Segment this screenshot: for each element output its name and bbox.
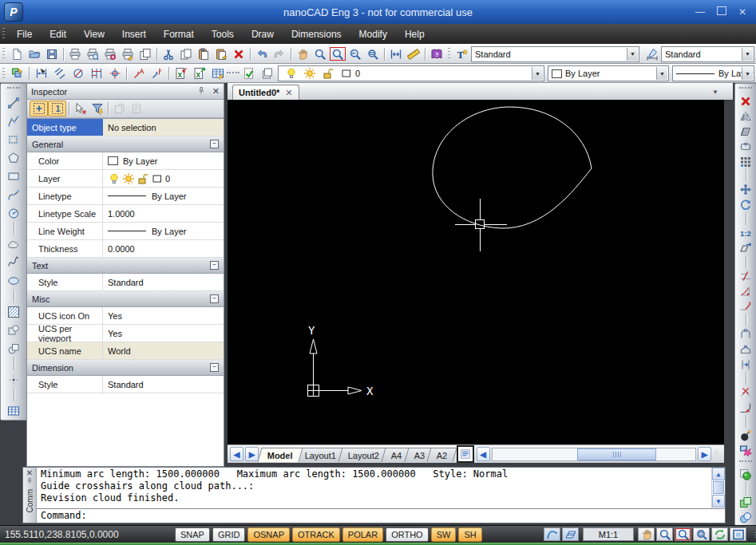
sheet-tab-model[interactable]: Model (257, 448, 303, 462)
cloud-button[interactable] (3, 235, 24, 253)
color-combo[interactable]: By Layer ▼ (548, 65, 669, 81)
dim-linear-button[interactable] (32, 66, 50, 81)
scroll-right-button[interactable]: ▶ (698, 447, 711, 461)
rect-tool-button[interactable] (3, 167, 24, 185)
property-value[interactable]: Yes (103, 325, 224, 342)
section-dimension[interactable]: Dimension− (27, 360, 224, 376)
menu-view[interactable]: View (75, 26, 113, 43)
zoom-button[interactable] (656, 527, 673, 541)
property-row-thickness[interactable]: Thickness0.0000 (27, 240, 224, 258)
pin-icon[interactable] (196, 86, 206, 97)
dim-style-combo[interactable]: Standard▼ (661, 46, 754, 62)
chevron-down-icon[interactable]: ▼ (712, 89, 718, 96)
text-tool-button[interactable]: T (3, 420, 24, 438)
section-misc[interactable]: Misc− (27, 291, 224, 307)
open-file-button[interactable] (26, 46, 43, 61)
excel-export-button[interactable]: x (190, 66, 208, 81)
layer-props-button[interactable] (8, 66, 26, 81)
spline2-button[interactable] (3, 253, 24, 271)
resize-grip[interactable]: ◌ (714, 449, 722, 459)
paste-edit-button[interactable] (212, 46, 230, 61)
excel-import-button[interactable]: x (172, 66, 190, 81)
property-row-linetype-scale[interactable]: Linetype Scale1.0000 (27, 205, 224, 223)
property-value[interactable]: 0 (103, 170, 224, 187)
menu-insert[interactable]: Insert (113, 26, 155, 43)
region-b-button[interactable] (3, 339, 24, 357)
lengthen-button[interactable] (736, 298, 755, 314)
desel-button[interactable] (72, 101, 89, 116)
offset-button[interactable] (736, 357, 755, 372)
close-icon[interactable]: ✕ (285, 88, 292, 98)
minimize-button[interactable]: — (695, 6, 705, 18)
fillet-button[interactable] (736, 400, 755, 415)
tabs-scroll-left-button[interactable]: ◀ (230, 447, 243, 461)
property-value[interactable]: Standard (103, 274, 224, 290)
property-value[interactable]: 1.0000 (103, 205, 224, 222)
trim-button[interactable] (736, 268, 755, 283)
section-general[interactable]: General− (27, 136, 224, 152)
zoom-ext-button[interactable] (693, 527, 710, 541)
menu-modify[interactable]: Modify (350, 26, 396, 43)
pedit2-button[interactable] (736, 342, 755, 357)
property-row-layer[interactable]: Layer0 (27, 170, 224, 188)
property-row-object-type[interactable]: Object typeNo selection (27, 119, 224, 136)
sel-add-button[interactable] (30, 101, 48, 117)
contour-button[interactable] (736, 139, 755, 154)
menu-format[interactable]: Format (155, 26, 203, 43)
dim-diameter-button[interactable] (69, 66, 87, 81)
drawing-canvas[interactable]: Y X (228, 100, 724, 444)
pan-button[interactable] (294, 46, 311, 61)
print-settings-button[interactable] (101, 46, 119, 61)
explode-button[interactable] (736, 428, 755, 443)
layer-combo[interactable]: 0 ▼ (278, 65, 544, 81)
property-row-linetype[interactable]: LinetypeBy Layer (27, 188, 224, 205)
property-row-line-weight[interactable]: Line WeightBy Layer (27, 223, 224, 240)
vertical-scrollbar[interactable]: ▲ ▼ (711, 468, 725, 509)
scroll-up-button[interactable]: ▲ (712, 468, 725, 480)
collapse-icon[interactable]: − (210, 294, 219, 303)
menu-tools[interactable]: Tools (203, 26, 243, 43)
collapse-icon[interactable]: − (210, 140, 219, 148)
gradient-icon-button[interactable] (736, 124, 755, 139)
property-value[interactable]: No selection (103, 119, 224, 136)
break-button[interactable] (736, 385, 755, 400)
scrollbar-track[interactable] (492, 448, 697, 461)
circle-tool-button[interactable] (3, 203, 24, 222)
linetype-combo[interactable]: By Layer ▼ (672, 65, 754, 81)
print-preview-button[interactable] (84, 46, 101, 61)
pedit1-button[interactable] (736, 326, 755, 342)
toggle-polar[interactable]: POLAR (342, 527, 383, 542)
toggle-osnap[interactable]: OSNAP (247, 527, 290, 542)
mleader-blue-button[interactable] (148, 66, 166, 81)
toggle-otrack[interactable]: OTRACK (292, 527, 340, 542)
table-tool-button[interactable] (3, 401, 24, 420)
explode-attr-button[interactable] (736, 443, 755, 458)
fit-button[interactable] (387, 46, 405, 61)
dim-center-button[interactable] (105, 66, 124, 81)
array-button[interactable] (736, 154, 755, 169)
property-value[interactable]: By Layer (103, 223, 224, 239)
copies-button[interactable] (137, 46, 154, 61)
toggle-ortho[interactable]: ORTHO (386, 527, 429, 542)
extend-button[interactable] (736, 283, 755, 298)
scale-display[interactable]: M1:1 (583, 527, 634, 541)
property-value[interactable]: By Layer (103, 188, 224, 204)
collapse-icon[interactable]: − (210, 363, 219, 372)
sel-one-button[interactable]: 1 (48, 101, 66, 117)
menu-help[interactable]: Help (396, 26, 433, 43)
property-value[interactable]: Yes (103, 307, 224, 324)
property-row-color[interactable]: ColorBy Layer (27, 152, 224, 170)
toggle-snap[interactable]: SNAP (175, 527, 210, 542)
toggle-grid[interactable]: GRID (212, 527, 246, 542)
ruler-button[interactable] (405, 46, 422, 61)
filter-button[interactable] (89, 101, 105, 116)
cut-button[interactable] (160, 46, 177, 61)
plot-button[interactable] (119, 46, 137, 61)
zoom-button[interactable] (311, 46, 329, 61)
move-button[interactable] (736, 182, 755, 197)
menu-dimensions[interactable]: Dimensions (283, 26, 350, 43)
sheet-tab-a2[interactable]: A2 (426, 448, 457, 462)
plane-toggle-button[interactable] (562, 527, 579, 541)
close-icon[interactable]: ✕ (212, 86, 220, 97)
toggle-sw[interactable]: SW (431, 527, 457, 542)
